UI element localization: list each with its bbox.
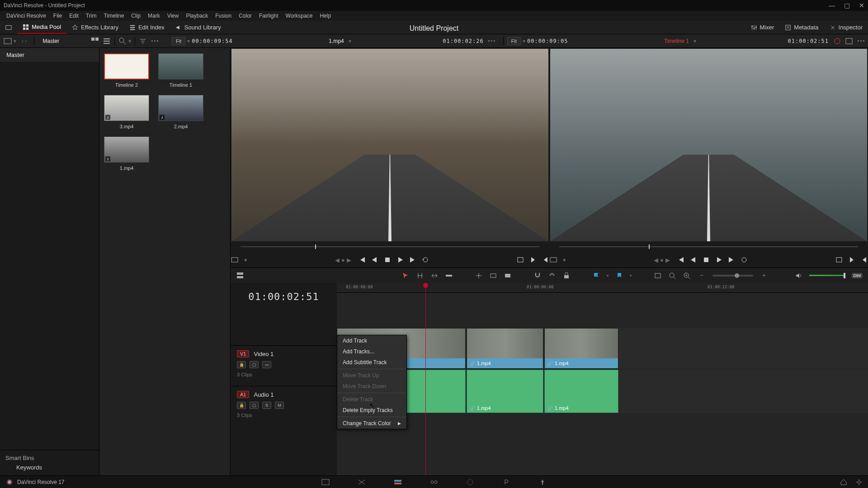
video-track-lane[interactable]: 🔗 1.mp4🔗 1.mp4 — [337, 328, 868, 369]
menu-workspace[interactable]: Workspace — [282, 13, 316, 19]
rec-stop-button[interactable] — [703, 256, 710, 263]
rec-jog-icon[interactable]: ◀ ● ▶ — [654, 257, 670, 263]
master-bin[interactable]: Master — [0, 48, 99, 62]
audio-track-lane[interactable]: 🔗 1.mp4🔗 1.mp4 — [337, 370, 868, 413]
menu-item-add-tracks-[interactable]: Add Tracks... — [337, 346, 406, 357]
video-track-header[interactable]: V1 Video 1 🔒 ▢ ▭ 3 Clips — [231, 345, 337, 386]
menu-item-add-track[interactable]: Add Track — [337, 335, 406, 346]
src-last-frame-button[interactable] — [409, 256, 416, 263]
effects-library-button[interactable]: Effects Library — [66, 21, 124, 34]
metadata-button[interactable]: Metadata — [779, 24, 824, 31]
snap-icon[interactable] — [533, 272, 542, 280]
src-scrub-bar[interactable] — [231, 241, 549, 252]
menu-fusion[interactable]: Fusion — [212, 13, 235, 19]
blade-tool-icon[interactable] — [445, 272, 453, 280]
tl-view-options-icon[interactable] — [236, 272, 244, 280]
rec-options-icon[interactable] — [858, 40, 864, 42]
audio-track-header[interactable]: A1 Audio 1 🔒 ▢ S M 3 Clips — [231, 386, 337, 429]
bin-view-icon[interactable] — [4, 37, 12, 45]
thumb-view-icon[interactable] — [91, 37, 99, 45]
a1-auto-select-button[interactable]: ▢ — [250, 402, 259, 409]
zoom-to-fit-icon[interactable] — [668, 272, 676, 280]
marker-icon[interactable] — [615, 272, 623, 280]
dim-button[interactable]: DIM — [852, 273, 863, 278]
smart-bins-header[interactable]: Smart Bins — [5, 455, 94, 461]
link-icon[interactable] — [548, 272, 556, 280]
rec-match-frame-button[interactable] — [835, 256, 843, 263]
media-thumb[interactable]: Timeline 2 — [104, 53, 149, 88]
keywords-bin[interactable]: Keywords — [5, 461, 94, 471]
dynamic-trim-icon[interactable] — [430, 272, 439, 280]
a1-tag[interactable]: A1 — [237, 391, 249, 398]
media-pool-button[interactable]: Media Pool — [17, 21, 66, 34]
playhead[interactable] — [425, 283, 426, 475]
record-viewer[interactable] — [550, 49, 867, 241]
v1-enable-button[interactable]: ▭ — [262, 361, 271, 368]
menu-clip[interactable]: Clip — [127, 13, 144, 19]
src-mode-icon[interactable] — [231, 256, 239, 264]
src-loop-button[interactable] — [422, 256, 429, 263]
menu-file[interactable]: File — [50, 13, 66, 19]
rec-zoom[interactable]: Fit — [507, 37, 521, 45]
deliver-page-icon[interactable] — [538, 479, 547, 486]
source-viewer[interactable] — [231, 49, 548, 241]
cut-page-icon[interactable] — [357, 479, 366, 486]
rec-scrub-bar[interactable] — [549, 241, 868, 252]
media-thumb[interactable]: ♪1.mp4 — [104, 136, 149, 171]
v1-tag[interactable]: V1 — [237, 350, 249, 357]
fairlight-page-icon[interactable] — [502, 479, 511, 486]
a1-lock-button[interactable]: 🔒 — [237, 402, 246, 409]
src-out-button[interactable] — [542, 256, 549, 263]
rec-play-button[interactable] — [715, 256, 722, 263]
timeline-ruler[interactable]: 01:00:00:0001:00:06:0001:00:12:00 — [337, 283, 868, 293]
menu-trim[interactable]: Trim — [82, 13, 100, 19]
menu-mark[interactable]: Mark — [144, 13, 164, 19]
src-in-button[interactable] — [529, 256, 537, 263]
timeline-canvas[interactable]: 01:00:00:0001:00:06:0001:00:12:00 🔗 1.mp… — [337, 283, 868, 475]
mixer-button[interactable]: Mixer — [745, 24, 780, 31]
insert-icon[interactable] — [475, 272, 483, 280]
sort-icon[interactable] — [139, 37, 147, 45]
lock-icon[interactable] — [562, 272, 571, 280]
sound-library-button[interactable]: Sound Library — [170, 21, 226, 34]
volume-icon[interactable] — [795, 272, 803, 280]
media-page-icon[interactable] — [321, 479, 330, 486]
search-icon[interactable] — [118, 37, 127, 45]
menu-view[interactable]: View — [164, 13, 183, 19]
single-viewer-icon[interactable] — [845, 37, 853, 45]
media-thumb[interactable]: ♪2.mp4 — [158, 95, 203, 129]
src-match-frame-button[interactable] — [517, 256, 524, 263]
menu-davinci-resolve[interactable]: DaVinci Resolve — [3, 13, 50, 19]
settings-icon[interactable] — [855, 479, 863, 486]
bypass-icon[interactable] — [833, 37, 841, 45]
src-zoom[interactable]: Fit — [172, 37, 185, 45]
edit-page-icon[interactable] — [393, 479, 402, 486]
menu-help[interactable]: Help — [316, 13, 335, 19]
zoom-tool-icon[interactable] — [654, 272, 662, 280]
rec-timeline-name[interactable]: Timeline 1 — [664, 38, 689, 44]
trim-tool-icon[interactable] — [416, 272, 424, 280]
src-first-frame-button[interactable] — [359, 256, 366, 263]
minimize-button[interactable]: — — [829, 2, 835, 9]
src-stop-button[interactable] — [384, 256, 391, 263]
options-icon[interactable] — [151, 40, 158, 42]
src-play-button[interactable] — [396, 256, 404, 263]
video-clip[interactable]: 🔗 1.mp4 — [467, 328, 543, 369]
rec-loop-button[interactable] — [741, 256, 748, 263]
media-thumb[interactable]: Timeline 1 — [158, 53, 203, 88]
menu-timeline[interactable]: Timeline — [100, 13, 127, 19]
audio-clip[interactable]: 🔗 1.mp4 — [467, 370, 543, 413]
src-jog-icon[interactable]: ◀ ● ▶ — [335, 257, 351, 263]
menu-item-add-subtitle-track[interactable]: Add Subtitle Track — [337, 357, 406, 368]
audio-clip[interactable]: 🔗 1.mp4 — [544, 370, 618, 413]
a1-mute-button[interactable]: M — [275, 402, 284, 409]
edit-index-button[interactable]: Edit Index — [124, 21, 170, 34]
selection-tool-icon[interactable] — [401, 272, 410, 280]
v1-auto-select-button[interactable]: ▢ — [250, 361, 259, 368]
rec-mode-icon[interactable] — [549, 256, 557, 264]
fusion-page-icon[interactable] — [429, 479, 439, 486]
rec-first-frame-button[interactable] — [677, 256, 684, 263]
color-page-icon[interactable] — [466, 479, 475, 486]
rec-out-button[interactable] — [861, 256, 868, 263]
flag-icon[interactable] — [592, 272, 600, 280]
